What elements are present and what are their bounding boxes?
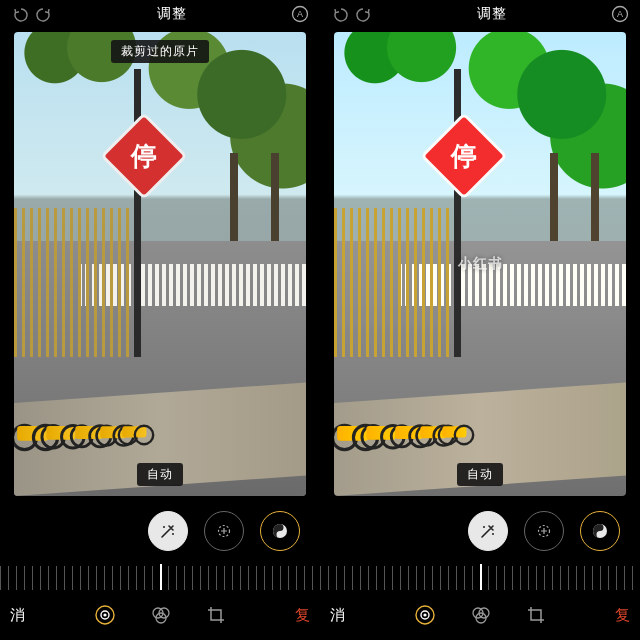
side-by-side-editor: 调整 A 停 裁剪过的原片 自动 消 复 调整 A: [0, 0, 640, 640]
adjust-presets-row: [320, 496, 640, 566]
tab-adjust[interactable]: [94, 604, 116, 626]
undo-icon[interactable]: [330, 4, 350, 24]
add-adjust-button[interactable]: [524, 511, 564, 551]
svg-point-20: [423, 613, 426, 616]
tab-filters[interactable]: [470, 604, 492, 626]
reset-button[interactable]: 复: [615, 606, 630, 625]
watermark: 小红书: [458, 255, 503, 273]
value-ruler[interactable]: [0, 566, 320, 590]
pane-right: 调整 A 停 自动 小红书 消 复: [320, 0, 640, 640]
bikes: [14, 329, 183, 450]
svg-text:A: A: [297, 9, 303, 19]
bikes: [334, 329, 503, 450]
adjust-presets-row: [0, 496, 320, 566]
header-bar: 调整 A: [320, 0, 640, 28]
markers-icon[interactable]: A: [290, 4, 310, 24]
svg-point-8: [103, 613, 106, 616]
yin-yang-button[interactable]: [260, 511, 300, 551]
auto-wand-button[interactable]: [148, 511, 188, 551]
add-adjust-button[interactable]: [204, 511, 244, 551]
value-ruler[interactable]: [320, 566, 640, 590]
mode-tabs: [94, 604, 226, 626]
auto-wand-button[interactable]: [468, 511, 508, 551]
overlay-auto-label: 自动: [137, 463, 183, 486]
bottom-bar: 消 复: [320, 592, 640, 638]
mode-tabs: [414, 604, 546, 626]
yin-yang-button[interactable]: [580, 511, 620, 551]
cancel-button[interactable]: 消: [10, 606, 25, 625]
overlay-original-label: 裁剪过的原片: [111, 40, 209, 63]
header-title: 调整: [157, 5, 187, 23]
svg-point-3: [172, 533, 174, 535]
redo-icon[interactable]: [34, 4, 54, 24]
undo-icon[interactable]: [10, 4, 30, 24]
header-title: 调整: [477, 5, 507, 23]
photo-canvas[interactable]: 停 裁剪过的原片 自动: [14, 32, 306, 496]
redo-icon[interactable]: [354, 4, 374, 24]
svg-point-2: [163, 526, 165, 528]
cancel-button[interactable]: 消: [330, 606, 345, 625]
photo-canvas[interactable]: 停 自动 小红书: [334, 32, 626, 496]
overlay-auto-label: 自动: [457, 463, 503, 486]
tab-filters[interactable]: [150, 604, 172, 626]
markers-icon[interactable]: A: [610, 4, 630, 24]
tab-crop[interactable]: [526, 605, 546, 625]
tab-crop[interactable]: [206, 605, 226, 625]
bottom-bar: 消 复: [0, 592, 320, 638]
pane-left: 调整 A 停 裁剪过的原片 自动 消 复: [0, 0, 320, 640]
reset-button[interactable]: 复: [295, 606, 310, 625]
svg-text:A: A: [617, 9, 623, 19]
svg-point-14: [483, 526, 485, 528]
tab-adjust[interactable]: [414, 604, 436, 626]
header-bar: 调整 A: [0, 0, 320, 28]
svg-point-15: [492, 533, 494, 535]
